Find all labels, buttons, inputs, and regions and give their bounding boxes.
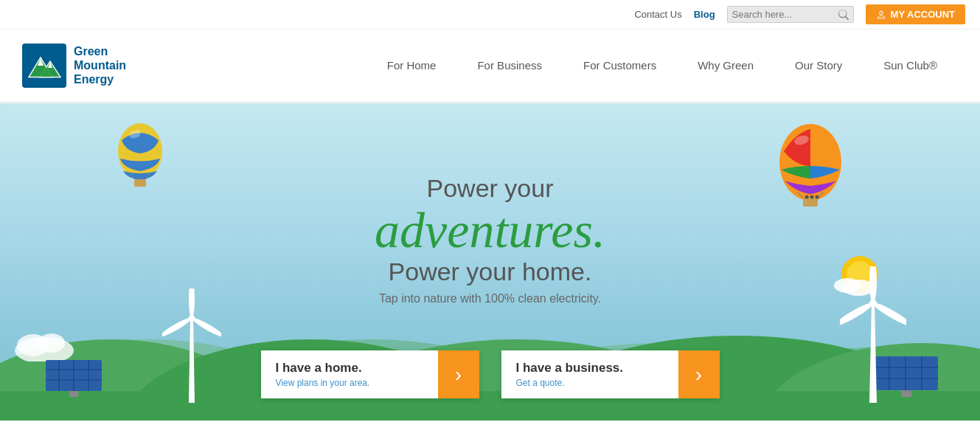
nav-sun-club[interactable]: Sun Club®: [863, 30, 958, 103]
search-icon: [838, 10, 849, 20]
my-account-button[interactable]: MY ACCOUNT: [866, 4, 965, 24]
logo[interactable]: Green Mountain Energy: [22, 44, 126, 88]
cta-business-title: I have a business.: [516, 361, 664, 376]
blog-link[interactable]: Blog: [694, 9, 715, 20]
hero-section: Power your adventures. Power your home. …: [0, 103, 980, 421]
nav-our-story[interactable]: Our Story: [774, 30, 863, 103]
svg-point-34: [805, 196, 809, 199]
hero-adventures: adventures.: [375, 203, 605, 258]
cta-home-sub: View plans in your area.: [276, 378, 423, 388]
hero-power-your: Power your: [375, 174, 605, 203]
cta-business-sub: Get a quote.: [516, 378, 664, 388]
hero-power-home: Power your home.: [375, 257, 605, 286]
balloon-left: [114, 118, 166, 202]
svg-point-36: [816, 196, 819, 199]
svg-point-45: [872, 300, 907, 329]
svg-marker-37: [189, 318, 195, 403]
svg-point-41: [162, 316, 193, 339]
search-input[interactable]: [732, 9, 835, 20]
turbine-left: [162, 288, 221, 409]
hero-subtitle: Tap into nature with 100% clean electric…: [375, 292, 605, 305]
nav-for-business[interactable]: For Business: [456, 30, 563, 103]
contact-us-link[interactable]: Contact Us: [634, 9, 681, 20]
svg-point-46: [840, 300, 875, 329]
cta-home-title: I have a home.: [276, 361, 423, 376]
svg-marker-42: [869, 303, 877, 403]
svg-point-39: [189, 288, 195, 318]
search-box: [727, 6, 854, 23]
cta-home-text: I have a home. View plans in your area.: [261, 350, 438, 398]
logo-text: Green Mountain Energy: [74, 44, 126, 87]
nav-for-customers[interactable]: For Customers: [563, 30, 677, 103]
my-account-label: MY ACCOUNT: [891, 9, 955, 20]
nav-links: For Home For Business For Customers Why …: [170, 30, 958, 101]
svg-point-23: [38, 333, 65, 353]
nav-for-home[interactable]: For Home: [366, 30, 457, 103]
cta-business-arrow[interactable]: ›: [678, 350, 720, 398]
hero-content: Power your adventures. Power your home. …: [375, 174, 605, 306]
svg-rect-31: [803, 198, 818, 207]
svg-point-44: [869, 266, 877, 303]
logo-icon: [22, 44, 66, 88]
cta-business-text: I have a business. Get a quote.: [501, 350, 678, 398]
navigation: Green Mountain Energy For Home For Busin…: [0, 30, 980, 103]
turbine-right: [840, 266, 906, 409]
solar-panel-left: [44, 359, 103, 402]
cta-business-card[interactable]: I have a business. Get a quote. ›: [501, 350, 720, 398]
top-bar: Contact Us Blog MY ACCOUNT: [0, 0, 980, 30]
cta-home-arrow[interactable]: ›: [438, 350, 479, 398]
svg-rect-26: [134, 179, 146, 187]
cta-row: I have a home. View plans in your area. …: [261, 350, 720, 398]
svg-point-40: [190, 316, 221, 339]
svg-point-35: [810, 196, 814, 199]
balloon-right: [774, 118, 847, 232]
svg-rect-53: [69, 391, 78, 397]
user-icon: [876, 10, 886, 20]
cta-home-card[interactable]: I have a home. View plans in your area. …: [261, 350, 479, 398]
nav-why-green[interactable]: Why Green: [677, 30, 774, 103]
